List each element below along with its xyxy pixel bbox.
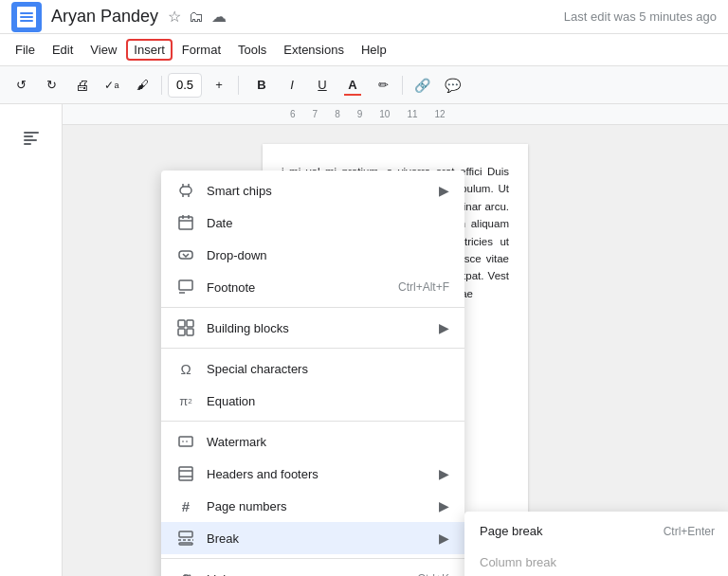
toolbar-right: B I U A ✏ 🔗 💬 [248, 72, 465, 99]
svg-rect-19 [187, 329, 193, 335]
menu-extensions[interactable]: Extensions [276, 39, 352, 61]
spellcheck-button[interactable]: ✓a [99, 72, 125, 99]
menu-view[interactable]: View [82, 39, 124, 61]
submenu-column-break[interactable]: Column break [464, 547, 728, 576]
svg-rect-27 [179, 543, 192, 545]
svg-rect-25 [179, 531, 192, 537]
break-submenu: Page break Ctrl+Enter Column break Secti… [464, 512, 728, 576]
submenu-page-break[interactable]: Page break Ctrl+Enter [464, 515, 728, 547]
paint-format-button[interactable]: 🖌 [129, 72, 155, 99]
bold-button[interactable]: B [248, 72, 275, 99]
smart-chips-label: Smart chips [207, 184, 428, 198]
menu-option-building-blocks[interactable]: Building blocks ▶ [161, 312, 464, 344]
svg-rect-0 [24, 132, 39, 134]
star-icon[interactable]: ☆ [168, 8, 181, 26]
last-edit-text: Last edit was 5 minutes ago [564, 9, 717, 24]
menu-option-smart-chips[interactable]: Smart chips ▶ [161, 174, 464, 207]
footnote-label: Footnote [207, 280, 387, 295]
svg-rect-14 [179, 280, 192, 290]
svg-rect-18 [178, 329, 185, 335]
redo-button[interactable]: ↻ [38, 72, 64, 99]
separator-1 [161, 307, 464, 308]
menu-edit[interactable]: Edit [45, 39, 81, 61]
date-icon [176, 213, 195, 232]
link-button[interactable]: 🔗 [409, 72, 435, 99]
menu-file[interactable]: File [8, 39, 43, 61]
svg-rect-22 [179, 467, 192, 480]
menu-option-watermark[interactable]: Watermark [161, 425, 464, 458]
page-numbers-label: Page numbers [207, 499, 428, 513]
italic-button[interactable]: I [279, 72, 305, 99]
chip-icon [176, 181, 195, 200]
page-numbers-arrow: ▶ [439, 498, 449, 513]
menu-option-headers-footers[interactable]: Headers and footers ▶ [161, 458, 464, 490]
menu-option-footnote[interactable]: Footnote Ctrl+Alt+F [161, 271, 464, 303]
smart-chips-arrow: ▶ [439, 183, 449, 198]
svg-rect-2 [24, 139, 37, 141]
link-shortcut: Ctrl+K [417, 572, 449, 576]
highlight-button[interactable]: ✏ [370, 72, 396, 99]
header-icon [176, 464, 195, 483]
menu-tools[interactable]: Tools [230, 39, 274, 61]
menu-format[interactable]: Format [174, 39, 228, 61]
menu-option-date[interactable]: Date [161, 207, 464, 239]
menu-insert[interactable]: Insert [126, 39, 173, 61]
menu-option-equation[interactable]: π2 Equation [161, 385, 464, 417]
dropdown-label: Drop-down [207, 248, 449, 262]
equation-label: Equation [207, 394, 449, 408]
pi-icon: π2 [176, 391, 195, 410]
svg-rect-1 [24, 135, 33, 137]
text-color-button[interactable]: A [339, 72, 366, 99]
link-icon [176, 569, 195, 576]
insert-menu: Smart chips ▶ Date Drop-down Footnote Ct… [161, 171, 464, 576]
undo-button[interactable]: ↺ [8, 72, 34, 99]
menu-option-page-numbers[interactable]: # Page numbers ▶ [161, 490, 464, 522]
break-label: Break [207, 531, 428, 546]
menu-bar: File Edit View Insert Format Tools Exten… [0, 34, 728, 66]
headers-footers-arrow: ▶ [439, 466, 449, 481]
main-content: 6789101112 i mi vel mi pretium, a viverr… [0, 104, 728, 576]
menu-option-break[interactable]: Break ▶ [161, 522, 464, 554]
sidebar-outline-icon[interactable] [16, 123, 46, 153]
svg-rect-16 [178, 320, 185, 327]
building-blocks-label: Building blocks [207, 321, 428, 335]
footnote-icon [176, 278, 195, 297]
footnote-shortcut: Ctrl+Alt+F [398, 280, 449, 294]
column-break-label: Column break [480, 555, 556, 569]
headers-footers-label: Headers and footers [207, 467, 428, 481]
watermark-label: Watermark [207, 435, 449, 449]
ruler: 6789101112 [63, 104, 728, 125]
separator-2 [161, 348, 464, 349]
hash-icon: # [176, 496, 195, 515]
title-icons: ☆ 🗂 ☁ [168, 8, 227, 26]
title-bar: Aryan Pandey ☆ 🗂 ☁ Last edit was 5 minut… [0, 0, 728, 34]
folder-icon[interactable]: 🗂 [189, 9, 204, 26]
page-break-label: Page break [480, 524, 543, 538]
cloud-icon[interactable]: ☁ [211, 8, 227, 26]
svg-rect-4 [180, 187, 191, 194]
print-button[interactable]: 🖨 [68, 72, 95, 99]
separator-3 [161, 421, 464, 422]
break-arrow: ▶ [439, 531, 449, 546]
left-sidebar [0, 104, 63, 576]
menu-option-special-chars[interactable]: Ω Special characters [161, 352, 464, 385]
comment-button[interactable]: 💬 [439, 72, 465, 99]
underline-button[interactable]: U [309, 72, 336, 99]
watermark-icon [176, 432, 195, 451]
svg-rect-3 [24, 143, 31, 145]
toolbar: ↺ ↻ 🖨 ✓a 🖌 + B I U A ✏ 🔗 💬 [0, 66, 728, 104]
dropdown-icon [176, 245, 195, 264]
link-label: Link [207, 572, 406, 577]
special-chars-label: Special characters [207, 362, 449, 376]
blocks-icon [176, 318, 195, 337]
menu-help[interactable]: Help [354, 39, 394, 61]
menu-option-dropdown[interactable]: Drop-down [161, 239, 464, 271]
toolbar-divider-3 [402, 76, 403, 95]
omega-icon: Ω [176, 359, 195, 378]
building-blocks-arrow: ▶ [439, 320, 449, 335]
font-size-plus[interactable]: + [206, 72, 232, 99]
date-label: Date [207, 216, 449, 230]
document-title: Aryan Pandey [51, 7, 158, 27]
menu-option-link[interactable]: Link Ctrl+K [161, 563, 464, 576]
font-size-input[interactable] [168, 73, 202, 98]
